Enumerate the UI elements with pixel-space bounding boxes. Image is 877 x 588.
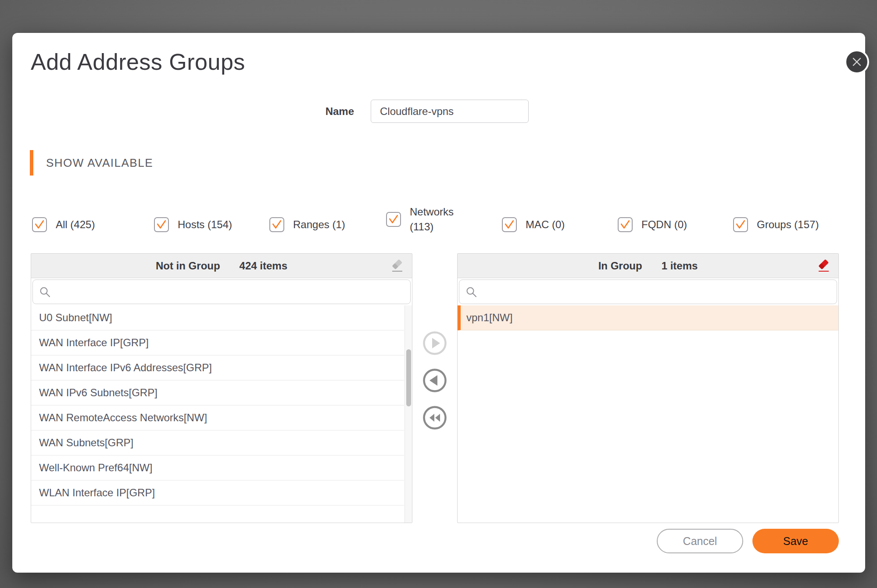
list-item-selected[interactable]: vpn1[NW] (458, 305, 838, 330)
list-item[interactable]: WAN IPv6 Subnets[GRP] (31, 380, 404, 405)
checkbox-ranges[interactable] (269, 217, 284, 232)
clear-selection-button[interactable] (389, 258, 405, 274)
filter-label: Groups (157) (757, 219, 819, 231)
list-item[interactable]: Well-Known Pref64[NW] (31, 455, 404, 480)
not-in-group-search (32, 280, 411, 304)
checkbox-fqdn[interactable] (618, 217, 633, 232)
panel-title: In Group (598, 260, 642, 272)
checkmark-icon (734, 218, 747, 231)
search-input[interactable] (56, 280, 406, 304)
not-in-group-panel: Not in Group 424 items U0 Subnet[NW] (31, 253, 412, 523)
double-arrow-left-icon (422, 405, 447, 430)
filter-label: All (425) (56, 219, 95, 231)
cancel-button[interactable]: Cancel (657, 529, 743, 553)
scrollbar-track[interactable] (404, 305, 412, 523)
checkbox-groups[interactable] (733, 217, 748, 232)
checkbox-all[interactable] (32, 217, 47, 232)
clear-group-button[interactable] (816, 258, 831, 274)
panel-count: 1 items (662, 260, 698, 272)
in-group-search (459, 280, 837, 304)
search-icon (465, 286, 478, 298)
checkbox-hosts[interactable] (154, 217, 169, 232)
add-address-groups-dialog: Add Address Groups Name SHOW AVAILABLE A… (12, 33, 865, 573)
in-group-list: vpn1[NW] (458, 305, 838, 523)
dialog-title: Add Address Groups (31, 49, 245, 75)
filter-mac: MAC (0) (502, 208, 565, 241)
arrow-left-icon (422, 368, 447, 393)
arrow-right-icon (422, 331, 447, 355)
eraser-icon (390, 258, 404, 273)
search-icon (39, 286, 51, 298)
list-item[interactable]: WLAN Interface IP[GRP] (31, 480, 404, 506)
not-in-group-header: Not in Group 424 items (31, 254, 412, 278)
close-button[interactable] (845, 50, 869, 74)
filter-label: Ranges (1) (293, 219, 345, 231)
move-left-button[interactable] (422, 368, 447, 393)
move-all-left-button[interactable] (422, 405, 447, 430)
panel-count: 424 items (240, 260, 287, 272)
section-accent-bar (30, 150, 33, 176)
filter-all: All (425) (32, 208, 95, 241)
filter-label: Networks (113) (410, 204, 462, 234)
checkbox-mac[interactable] (502, 217, 517, 232)
in-group-header: In Group 1 items (458, 254, 838, 278)
eraser-red-icon (816, 258, 830, 273)
checkmark-icon (619, 218, 632, 231)
close-icon (852, 57, 862, 67)
list-item[interactable]: WAN Interface IPv6 Addresses[GRP] (31, 355, 404, 380)
list-item[interactable]: WAN RemoteAccess Networks[NW] (31, 405, 404, 430)
filter-hosts: Hosts (154) (154, 208, 232, 241)
filter-fqdn: FQDN (0) (618, 208, 687, 241)
checkmark-icon (503, 218, 516, 231)
list-item[interactable]: WAN Interface IP[GRP] (31, 330, 404, 355)
filter-label: FQDN (0) (641, 219, 687, 231)
checkmark-icon (155, 218, 168, 231)
scrollbar-thumb[interactable] (406, 349, 411, 406)
filter-label: Hosts (154) (178, 219, 232, 231)
checkmark-icon (270, 218, 283, 231)
move-right-button[interactable] (422, 331, 447, 355)
filter-groups: Groups (157) (733, 208, 819, 241)
filter-label: MAC (0) (526, 219, 565, 231)
page-backdrop: { "modal": { "title": "Add Address Group… (0, 0, 877, 588)
name-input[interactable] (371, 100, 529, 123)
in-group-panel: In Group 1 items vpn1[NW] (457, 253, 839, 523)
name-label: Name (301, 100, 354, 123)
filter-row: All (425) Hosts (154) Ranges (1) Network… (12, 208, 865, 241)
filter-ranges: Ranges (1) (269, 208, 345, 241)
list-item[interactable]: U0 Subnet[NW] (31, 305, 404, 330)
filter-networks: Networks (113) (386, 203, 462, 236)
panel-title: Not in Group (156, 260, 220, 272)
save-button[interactable]: Save (752, 529, 839, 553)
not-in-group-list: U0 Subnet[NW] WAN Interface IP[GRP] WAN … (31, 305, 404, 523)
checkmark-icon (387, 213, 400, 226)
list-item[interactable]: WAN Subnets[GRP] (31, 430, 404, 455)
search-input[interactable] (482, 280, 832, 304)
checkbox-networks[interactable] (386, 212, 401, 227)
checkmark-icon (33, 218, 46, 231)
section-title: SHOW AVAILABLE (46, 150, 153, 176)
